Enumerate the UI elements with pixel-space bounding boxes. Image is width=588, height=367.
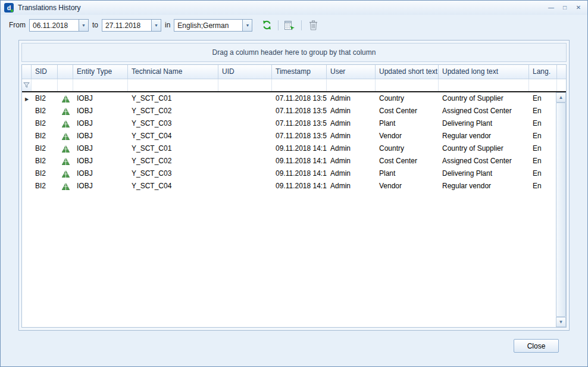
cell-sid: BI2 — [32, 180, 58, 192]
to-label: to — [92, 21, 98, 29]
cell-updated-short-text: Country — [376, 92, 439, 105]
cell-entity-icon — [58, 167, 73, 180]
cell-lang: En — [529, 130, 557, 142]
scrollbar-thumb[interactable] — [556, 102, 566, 317]
row-indicator — [22, 155, 32, 167]
filter-cell-entity-type[interactable] — [73, 79, 128, 91]
column-header-updated-short-text[interactable]: Updated short text — [376, 65, 439, 79]
table-row[interactable]: BI2 IOBJ Y_SCT_C02 07.11.2018 13:51 Admi… — [22, 105, 556, 117]
language-dropdown-icon[interactable]: ▼ — [242, 20, 252, 31]
cell-technical-name: Y_SCT_C03 — [128, 117, 218, 130]
maximize-button[interactable]: □ — [559, 3, 570, 13]
cell-lang: En — [529, 105, 557, 117]
group-by-panel[interactable]: Drag a column header here to group by th… — [21, 43, 567, 62]
cell-updated-long-text: Country of Supplier — [439, 92, 529, 105]
cell-technical-name: Y_SCT_C01 — [128, 92, 218, 105]
close-button[interactable]: Close — [514, 339, 559, 353]
cell-uid — [218, 142, 272, 155]
filter-cell-lang[interactable] — [529, 79, 557, 91]
table-row[interactable]: BI2 IOBJ Y_SCT_C03 09.11.2018 14:14 Admi… — [22, 167, 556, 180]
filter-cell-technical-name[interactable] — [128, 79, 218, 91]
filter-cell-uid[interactable] — [218, 79, 272, 91]
cell-user: Admin — [327, 117, 376, 130]
table-row[interactable]: BI2 IOBJ Y_SCT_C04 09.11.2018 14:14 Admi… — [22, 180, 556, 192]
column-header-entity-type[interactable]: Entity Type — [73, 65, 128, 79]
toolbar-actions — [261, 19, 319, 31]
cell-user: Admin — [327, 155, 376, 167]
footer-bar: Close — [1, 331, 587, 366]
table-row[interactable]: BI2 IOBJ Y_SCT_C02 09.11.2018 14:14 Admi… — [22, 155, 556, 167]
translations-grid: Drag a column header here to group by th… — [18, 40, 570, 331]
language-combo[interactable]: English;German ▼ — [174, 19, 252, 32]
cell-sid: BI2 — [32, 155, 58, 167]
cell-sid: BI2 — [32, 117, 58, 130]
to-date-dropdown-icon[interactable]: ▼ — [151, 20, 161, 31]
column-header-timestamp[interactable]: Timestamp — [272, 65, 327, 79]
scroll-up-icon[interactable]: ▲ — [556, 92, 566, 102]
table-row[interactable]: BI2 IOBJ Y_SCT_C03 07.11.2018 13:51 Admi… — [22, 117, 556, 130]
cell-updated-short-text: Cost Center — [376, 105, 439, 117]
from-date-value[interactable]: 06.11.2018 — [30, 20, 79, 31]
minimize-button[interactable]: — — [546, 3, 556, 13]
from-date-dropdown-icon[interactable]: ▼ — [79, 20, 88, 31]
cell-updated-long-text: Assigned Cost Center — [439, 155, 529, 167]
from-date-editor[interactable]: 06.11.2018 ▼ — [29, 19, 89, 32]
filter-cell-timestamp[interactable] — [272, 79, 327, 91]
filter-cell-user[interactable] — [327, 79, 376, 91]
cell-timestamp: 07.11.2018 13:51 — [272, 105, 327, 117]
cell-user: Admin — [327, 130, 376, 142]
cell-timestamp: 09.11.2018 14:14 — [272, 180, 327, 192]
title-bar: d Translations History — □ ✕ — [1, 1, 587, 15]
cell-sid: BI2 — [32, 142, 58, 155]
table-row[interactable]: ▶ BI2 IOBJ Y_SCT_C01 07.11.2018 13:51 Ad… — [22, 92, 556, 105]
export-excel-icon[interactable] — [284, 19, 296, 31]
app-logo-icon: d — [4, 3, 14, 13]
filter-toolbar: From 06.11.2018 ▼ to 27.11.2018 ▼ in Eng… — [1, 15, 587, 35]
column-header-lang[interactable]: Lang. — [529, 65, 557, 79]
grid-filter-row — [22, 79, 566, 91]
filter-cell-updated-short-text[interactable] — [376, 79, 439, 91]
cell-lang: En — [529, 167, 557, 180]
cell-technical-name: Y_SCT_C03 — [128, 167, 218, 180]
close-window-button[interactable]: ✕ — [573, 3, 584, 13]
filter-funnel-icon — [23, 82, 30, 88]
cell-entity-type: IOBJ — [73, 130, 128, 142]
table-row[interactable]: BI2 IOBJ Y_SCT_C01 09.11.2018 14:14 Admi… — [22, 142, 556, 155]
column-header-icon[interactable] — [58, 65, 73, 79]
column-header-updated-long-text[interactable]: Updated long text — [439, 65, 529, 79]
language-value[interactable]: English;German — [174, 20, 242, 31]
scroll-down-icon[interactable]: ▼ — [556, 317, 566, 327]
refresh-icon[interactable] — [261, 19, 273, 31]
cell-technical-name: Y_SCT_C02 — [128, 105, 218, 117]
table-row[interactable]: BI2 IOBJ Y_SCT_C04 07.11.2018 13:51 Admi… — [22, 130, 556, 142]
filter-row-indicator — [22, 79, 32, 91]
filter-cell-updated-long-text[interactable] — [439, 79, 529, 91]
column-header-sid[interactable]: SID — [32, 65, 58, 79]
column-header-user[interactable]: User — [327, 65, 376, 79]
toolbar-separator — [278, 20, 279, 30]
iobj-icon — [62, 145, 70, 153]
filter-cell-icon[interactable] — [58, 79, 73, 91]
cell-updated-long-text: Regular vendor — [439, 180, 529, 192]
cell-user: Admin — [327, 142, 376, 155]
to-date-value[interactable]: 27.11.2018 — [102, 20, 151, 31]
cell-user: Admin — [327, 167, 376, 180]
column-header-uid[interactable]: UID — [218, 65, 272, 79]
cell-sid: BI2 — [32, 167, 58, 180]
trash-icon[interactable] — [307, 19, 319, 31]
row-indicator — [22, 142, 32, 155]
column-header-technical-name[interactable]: Technical Name — [128, 65, 218, 79]
cell-lang: En — [529, 117, 557, 130]
cell-uid — [218, 92, 272, 105]
to-date-editor[interactable]: 27.11.2018 ▼ — [102, 19, 161, 32]
grid-rows: ▶ BI2 IOBJ Y_SCT_C01 07.11.2018 13:51 Ad… — [22, 92, 556, 192]
iobj-icon — [62, 120, 70, 127]
iobj-icon — [62, 170, 70, 178]
cell-uid — [218, 167, 272, 180]
header-filler — [557, 65, 567, 79]
from-label: From — [9, 21, 26, 29]
vertical-scrollbar[interactable]: ▲ ▼ — [556, 92, 566, 327]
filter-cell-sid[interactable] — [32, 79, 58, 91]
cell-updated-short-text: Plant — [376, 117, 439, 130]
cell-entity-type: IOBJ — [73, 180, 128, 192]
